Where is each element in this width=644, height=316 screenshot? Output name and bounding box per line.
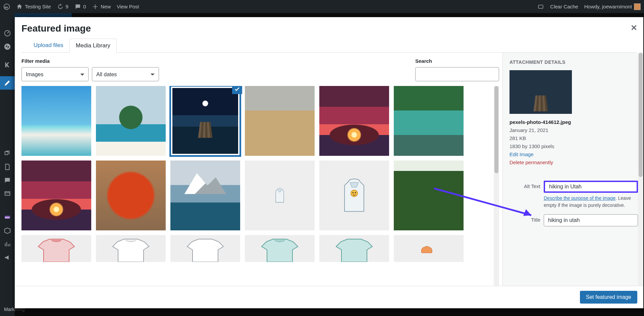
media-thumb[interactable] xyxy=(245,86,315,156)
svg-point-7 xyxy=(351,190,358,197)
filter-media-label: Filter media xyxy=(21,58,159,64)
attachment-filename: pexels-photo-414612.jpeg xyxy=(509,119,638,125)
analytics-icon[interactable] xyxy=(0,237,15,251)
admin-sidebar: woo Marketing xyxy=(0,13,15,316)
clear-cache-link[interactable]: Clear Cache xyxy=(550,4,578,9)
avatar xyxy=(634,3,641,10)
delete-permanently-link[interactable]: Delete permanently xyxy=(509,160,553,165)
sidepanel-scrollbar[interactable] xyxy=(638,53,643,286)
new-link[interactable]: New xyxy=(92,3,111,10)
media-thumb[interactable] xyxy=(319,235,389,262)
updates-link[interactable]: 9 xyxy=(57,3,68,10)
account-link[interactable]: Howdy, joewarnimont xyxy=(584,3,641,10)
media-grid xyxy=(21,86,499,262)
title-input[interactable] xyxy=(544,214,638,226)
media-thumb[interactable] xyxy=(170,235,240,262)
media-thumb[interactable] xyxy=(170,161,240,230)
wp-logo-icon[interactable] xyxy=(3,3,10,10)
media-thumb[interactable] xyxy=(245,235,315,262)
attachment-details-heading: ATTACHMENT DETAILS xyxy=(509,59,638,65)
alt-describe-link[interactable]: Describe the purpose of the image xyxy=(544,195,615,201)
attachment-size: 281 KB xyxy=(509,134,638,142)
svg-point-8 xyxy=(353,192,354,193)
set-featured-image-button[interactable]: Set featured image xyxy=(580,291,637,304)
feedback-icon[interactable] xyxy=(0,187,15,200)
media-thumb[interactable] xyxy=(96,235,166,262)
media-thumb[interactable] xyxy=(21,86,91,156)
media-icon[interactable] xyxy=(0,147,15,160)
attachment-details-panel: ATTACHMENT DETAILS pexels-photo-414612.j… xyxy=(502,53,643,286)
close-icon[interactable]: ✕ xyxy=(631,23,637,33)
media-thumb[interactable] xyxy=(21,161,91,230)
grid-scrollbar[interactable] xyxy=(494,86,499,286)
check-icon[interactable] xyxy=(232,86,242,94)
featured-image-modal: Featured image ✕ Upload files Media Libr… xyxy=(15,17,643,308)
pages-icon[interactable] xyxy=(0,160,15,174)
media-thumb[interactable] xyxy=(394,235,464,262)
alt-text-label: Alt Text xyxy=(509,181,540,189)
media-thumb[interactable] xyxy=(319,86,389,156)
modal-tabs: Upload files Media Library xyxy=(21,39,637,53)
media-thumb[interactable] xyxy=(245,161,315,230)
modal-title: Featured image xyxy=(21,23,637,34)
tab-media-library[interactable]: Media Library xyxy=(69,39,117,53)
tab-upload-files[interactable]: Upload files xyxy=(28,39,69,52)
jetpack-icon[interactable] xyxy=(0,40,15,53)
view-post-link[interactable]: View Post xyxy=(117,4,139,9)
filter-type-select[interactable]: Images xyxy=(21,67,89,81)
search-input[interactable] xyxy=(415,67,499,81)
alt-text-description: Describe the purpose of the image. Leave… xyxy=(544,195,638,209)
marketing-icon[interactable] xyxy=(0,251,15,264)
svg-text:woo: woo xyxy=(5,216,10,219)
media-thumb-selected[interactable] xyxy=(170,86,240,156)
edit-image-link[interactable]: Edit Image xyxy=(509,151,534,157)
dashboard-icon[interactable] xyxy=(0,27,15,40)
filter-date-select[interactable]: All dates xyxy=(92,67,159,81)
woocommerce-icon[interactable]: woo xyxy=(0,211,15,224)
comments-icon[interactable] xyxy=(0,174,15,187)
media-thumb[interactable] xyxy=(21,235,91,262)
svg-rect-1 xyxy=(539,5,543,8)
products-icon[interactable] xyxy=(0,224,15,237)
title-label: Title xyxy=(509,214,540,223)
notices-icon[interactable] xyxy=(537,3,544,10)
svg-point-3 xyxy=(4,44,10,50)
attachment-preview xyxy=(509,70,572,114)
attachment-date: January 21, 2021 xyxy=(509,126,638,134)
comments-link[interactable]: 0 xyxy=(74,3,86,10)
media-thumb[interactable] xyxy=(394,161,464,230)
media-thumb[interactable] xyxy=(319,161,389,230)
admin-bar: Testing Site 9 0 New View Post Clear Cac… xyxy=(0,0,644,13)
alt-text-input[interactable] xyxy=(544,181,638,193)
media-thumb[interactable] xyxy=(96,161,166,230)
media-thumb[interactable] xyxy=(394,86,464,156)
svg-point-9 xyxy=(355,192,356,193)
site-link[interactable]: Testing Site xyxy=(16,3,51,10)
search-label: Search xyxy=(415,58,499,64)
posts-icon[interactable] xyxy=(0,76,15,90)
kinsta-icon[interactable] xyxy=(0,58,15,72)
attachment-dimensions: 1830 by 1300 pixels xyxy=(509,142,638,150)
svg-rect-4 xyxy=(5,192,10,195)
media-thumb[interactable] xyxy=(96,86,166,156)
